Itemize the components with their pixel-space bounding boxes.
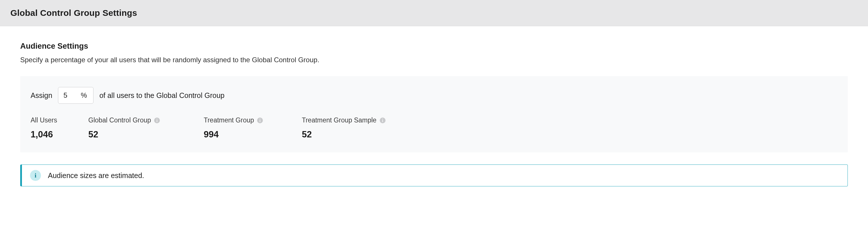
settings-panel: Assign % of all users to the Global Cont… <box>20 76 848 152</box>
info-icon[interactable] <box>154 117 160 123</box>
header-bar: Global Control Group Settings <box>0 0 868 26</box>
info-icon[interactable] <box>257 117 263 123</box>
stat-value: 52 <box>88 129 204 140</box>
assign-suffix: of all users to the Global Control Group <box>99 91 224 100</box>
info-icon[interactable] <box>379 117 386 123</box>
stat-value: 52 <box>302 129 423 140</box>
stat-label-row: Global Control Group <box>88 116 204 124</box>
section-description: Specify a percentage of your all users t… <box>20 56 848 64</box>
svg-point-8 <box>382 118 383 119</box>
alert-text: Audience sizes are estimated. <box>48 172 144 180</box>
stat-treatment-group-sample: Treatment Group Sample 52 <box>302 116 423 140</box>
stat-label: Treatment Group Sample <box>302 116 377 124</box>
stat-all-users: All Users 1,046 <box>31 116 88 140</box>
assign-prefix: Assign <box>31 91 52 100</box>
svg-point-5 <box>260 118 260 119</box>
svg-rect-7 <box>382 120 383 122</box>
page-title: Global Control Group Settings <box>10 8 858 18</box>
info-alert: i Audience sizes are estimated. <box>20 164 848 186</box>
stat-label-row: Treatment Group Sample <box>302 116 423 124</box>
svg-rect-1 <box>157 120 157 122</box>
stat-value: 1,046 <box>31 129 88 140</box>
stat-label: All Users <box>31 116 57 124</box>
section-title: Audience Settings <box>20 42 848 51</box>
stat-label-row: All Users <box>31 116 88 124</box>
percent-input[interactable] <box>58 91 79 100</box>
stat-label-row: Treatment Group <box>204 116 302 124</box>
stat-global-control-group: Global Control Group 52 <box>88 116 204 140</box>
svg-point-2 <box>157 118 158 119</box>
stats-row: All Users 1,046 Global Control Group 52 … <box>31 116 837 140</box>
info-badge-icon: i <box>30 170 41 181</box>
stat-treatment-group: Treatment Group 994 <box>204 116 302 140</box>
stat-label: Global Control Group <box>88 116 151 124</box>
stat-label: Treatment Group <box>204 116 254 124</box>
stat-value: 994 <box>204 129 302 140</box>
percent-sign: % <box>79 91 93 100</box>
svg-rect-4 <box>260 120 260 122</box>
assign-row: Assign % of all users to the Global Cont… <box>31 87 837 104</box>
info-badge-letter: i <box>35 172 36 179</box>
content-area: Audience Settings Specify a percentage o… <box>0 26 868 198</box>
percent-input-container[interactable]: % <box>58 87 93 104</box>
